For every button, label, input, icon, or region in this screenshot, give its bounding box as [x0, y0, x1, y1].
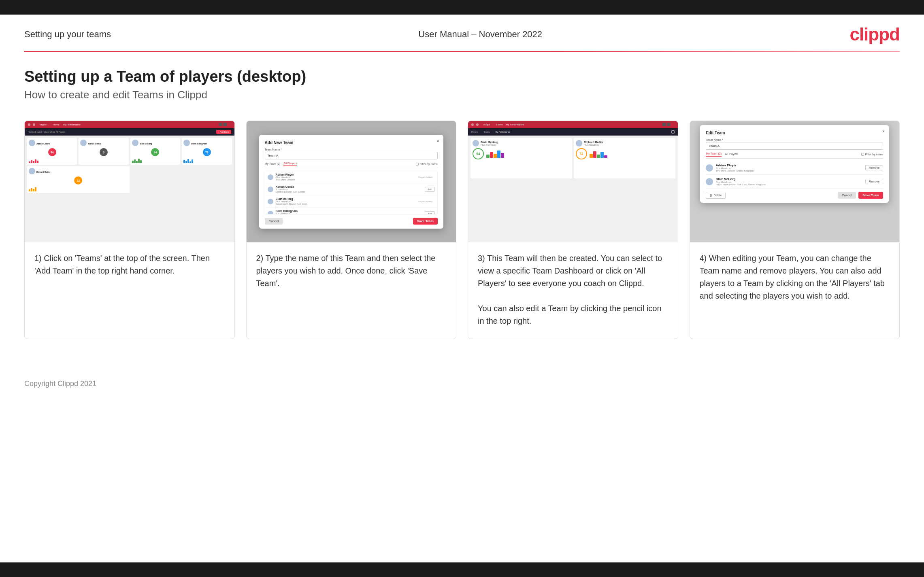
ss1-p5-bars	[29, 186, 128, 191]
ss3-ctrl-1	[662, 123, 666, 126]
card-2: Add New Team × Team Name * Team A My Tea…	[246, 121, 457, 339]
page-footer: Copyright Clippd 2021	[0, 380, 924, 396]
ss3-p2-score: 72	[576, 148, 587, 159]
add-team-name-input[interactable]: Team A	[265, 152, 438, 159]
page-title: Setting up a Team of players (desktop)	[24, 68, 900, 85]
ss3-dot-2	[476, 123, 479, 126]
ss1-player-4: Dave Billingham 78	[182, 138, 232, 165]
ss1-player-1: Adrian Collins 84	[27, 138, 77, 165]
ss3-nav-home: Home	[496, 123, 503, 126]
ss1-ctrl-1	[219, 123, 222, 126]
ss3-ctrl-2	[667, 123, 670, 126]
add-save-button[interactable]: Save Team	[413, 218, 438, 225]
ss3-p2-bars	[590, 150, 673, 158]
add-p3-sub2: Royal North Devon Golf Club	[276, 203, 413, 205]
edit-modal-close[interactable]: ×	[882, 129, 885, 134]
card-4-text: 4) When editing your Team, you can chang…	[690, 242, 900, 339]
ss1-grid: Adrian Collins 84	[27, 138, 232, 165]
edit-cancel-button[interactable]: Cancel	[838, 192, 856, 199]
ss3-subnav: Players Teams My Performance	[468, 128, 678, 136]
add-tab-myteam[interactable]: My Team (2)	[265, 162, 281, 166]
ss3-dot-1	[471, 123, 474, 126]
ss3-p2-score-area: 72	[576, 148, 673, 159]
ss1-nav-home: Home	[53, 123, 60, 126]
card-3: clippd Home My Performance Players Teams…	[468, 121, 678, 339]
ss1-p3-score: 94	[151, 148, 159, 156]
ss3-p1-name: Blair McHarg	[481, 141, 498, 144]
ss1-player-2: Adrian Coliba 0	[79, 138, 128, 165]
edit-tab-myteam[interactable]: My Team (2)	[706, 152, 722, 157]
ss1-p1-avatar	[29, 140, 35, 146]
add-modal-close[interactable]: ×	[437, 139, 439, 143]
edit-p1-remove-button[interactable]: Remove	[865, 165, 883, 170]
ss3-icon-controls	[671, 130, 675, 134]
screenshot-1: clippd Home My Performance Finding 5 out…	[25, 121, 234, 242]
card-2-text: 2) Type the name of this Team and then s…	[247, 242, 456, 339]
page-content: Setting up a Team of players (desktop) H…	[0, 52, 924, 380]
add-tab-allplayers[interactable]: All Players	[283, 162, 297, 166]
ss3-subnav-left: Players	[471, 131, 478, 133]
ss1-p1-name: Adrian Collins	[36, 142, 50, 145]
ss3-ctrl-3	[671, 123, 675, 126]
ss1-p1-bars	[29, 157, 75, 163]
add-p3-avatar	[268, 199, 273, 204]
ss1-p3-bars	[132, 157, 179, 163]
screenshot-4: Edit Team × Team Name * Team A My Team (…	[690, 121, 900, 242]
ss3-pencil-icon[interactable]	[671, 130, 675, 134]
copyright-text: Copyright Clippd 2021	[24, 380, 96, 388]
edit-p1-info: Adrian Player Plus Handicap The Shire Lo…	[715, 163, 863, 172]
ss3-p2-sub: Plus Handicap	[584, 144, 603, 146]
add-p4-sub1: 3.5 Handicap	[276, 212, 423, 214]
add-team-modal: Add New Team × Team Name * Team A My Tea…	[259, 135, 443, 229]
add-cancel-button[interactable]: Cancel	[265, 218, 283, 225]
add-modal-tabs: My Team (2) All Players Filter by name	[265, 162, 438, 168]
edit-team-name-input[interactable]: Team A	[706, 142, 883, 150]
ss1-ctrl-3	[228, 123, 231, 126]
add-p2-button[interactable]: Add	[425, 187, 435, 192]
ss3-content: Blair McHarg Plus Handicap 94	[468, 136, 678, 242]
ss1-controls	[219, 123, 231, 126]
ss3-p1-sub: Plus Handicap	[481, 144, 498, 146]
ss3-p1-score-area: 94	[473, 148, 570, 159]
ss1-p5-score: 72	[74, 176, 82, 185]
ss1-p3-avatar	[132, 140, 138, 146]
trash-icon: 🗑	[709, 194, 712, 197]
add-modal-title: Add New Team	[265, 140, 438, 145]
ss1-p4-avatar	[183, 140, 190, 146]
ss3-subnav-teams: Teams	[484, 131, 490, 133]
ss1-p2-score: 0	[100, 148, 108, 156]
add-p2-info: Adrian Coliba 1 Handicap Central London …	[276, 185, 423, 193]
edit-p2-name: Blair McHarg	[715, 177, 863, 181]
add-p1-info: Adrian Player Plus Handicap The Shire Lo…	[276, 173, 413, 181]
header: Setting up your teams User Manual – Nove…	[0, 15, 924, 51]
add-player-2: Adrian Coliba 1 Handicap Central London …	[265, 183, 437, 195]
add-player-1: Adrian Player Plus Handicap The Shire Lo…	[265, 171, 437, 183]
edit-right-buttons: Cancel Save Team	[838, 192, 883, 199]
clippd-logo: clippd	[849, 24, 900, 45]
edit-p2-avatar	[706, 178, 713, 185]
edit-tab-allplayers[interactable]: All Players	[725, 153, 738, 156]
edit-modal-tabs: My Team (2) All Players Filter by name	[706, 152, 883, 159]
edit-modal-footer: 🗑 Delete Cancel Save Team	[706, 192, 883, 199]
edit-filter-label: Filter by name	[865, 153, 883, 156]
card-3-text: 3) This Team will then be created. You c…	[468, 242, 678, 339]
add-p4-button[interactable]: Add	[425, 211, 435, 215]
filter-checkbox[interactable]	[416, 163, 419, 165]
screenshot-3: clippd Home My Performance Players Teams…	[468, 121, 678, 242]
ss3-subnav-myperformance: My Performance	[495, 131, 510, 133]
edit-modal-title: Edit Team	[706, 131, 883, 135]
edit-p2-remove-button[interactable]: Remove	[865, 179, 883, 184]
ss3-card-1: Blair McHarg Plus Handicap 94	[471, 138, 572, 178]
filter-label: Filter by name	[420, 163, 438, 165]
edit-team-name-label: Team Name *	[706, 138, 883, 141]
edit-filter-checkbox[interactable]	[861, 153, 864, 156]
edit-delete-button[interactable]: 🗑 Delete	[706, 192, 725, 199]
add-filter: Filter by name	[416, 163, 438, 165]
cards-row: clippd Home My Performance Finding 5 out…	[24, 121, 900, 339]
edit-save-button[interactable]: Save Team	[858, 192, 883, 199]
edit-team-modal: Edit Team × Team Name * Team A My Team (…	[700, 125, 889, 203]
ss3-p2-header: Richard Butler Plus Handicap	[576, 140, 673, 146]
ss1-nav-items: Home My Performance	[53, 123, 217, 126]
add-p4-avatar	[268, 211, 273, 215]
ss3-brand: clippd	[483, 123, 490, 126]
